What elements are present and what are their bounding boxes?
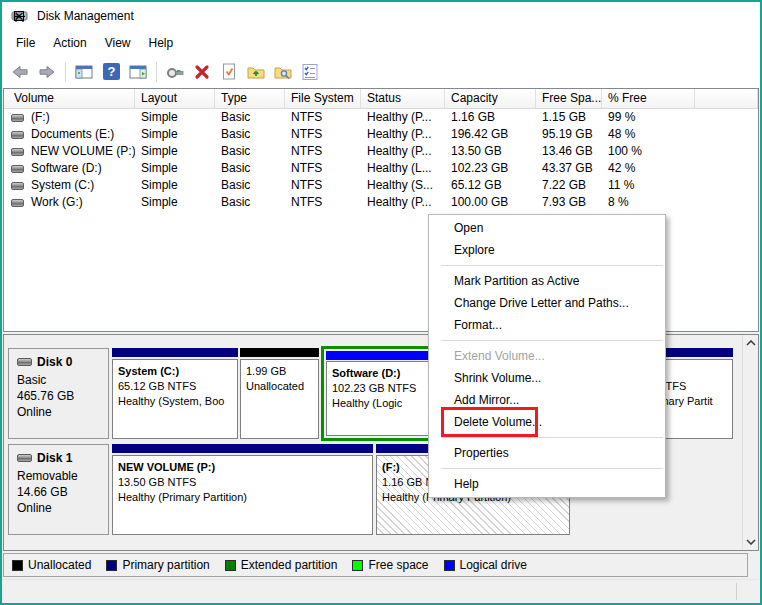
legend-item-primary-partition: Primary partition xyxy=(106,558,209,572)
menu-view[interactable]: View xyxy=(96,33,140,53)
toolbar-separator xyxy=(65,62,66,82)
show-action-pane-icon[interactable] xyxy=(126,60,150,84)
table-row[interactable]: Documents (E:) Simple Basic NTFS Healthy… xyxy=(4,126,758,143)
menu-item-change-drive-letter[interactable]: Change Drive Letter and Paths... xyxy=(429,292,665,314)
toolbar-separator xyxy=(156,62,157,82)
folder-up-icon[interactable] xyxy=(244,60,268,84)
volume-icon xyxy=(11,182,24,190)
scroll-up-icon xyxy=(746,340,756,346)
legend-item-extended-partition: Extended partition xyxy=(225,558,338,572)
column-header-percent-free[interactable]: % Free xyxy=(602,89,695,108)
column-header-layout[interactable]: Layout xyxy=(135,89,215,108)
menu-separator xyxy=(441,437,663,438)
disk-icon xyxy=(17,454,32,462)
close-button[interactable]: ✕ xyxy=(2,2,36,30)
menu-item-help[interactable]: Help xyxy=(429,473,665,495)
menu-file[interactable]: File xyxy=(7,33,44,53)
volume-icon xyxy=(11,165,24,173)
vertical-scrollbar[interactable] xyxy=(742,335,758,550)
legend-item-free-space: Free space xyxy=(352,558,428,572)
volume-icon xyxy=(11,131,24,139)
menu-item-explore[interactable]: Explore xyxy=(429,239,665,261)
checklist-icon[interactable] xyxy=(298,60,322,84)
table-row[interactable]: NEW VOLUME (P:) Simple Basic NTFS Health… xyxy=(4,143,758,160)
menu-item-extend-volume: Extend Volume... xyxy=(429,345,665,367)
column-header-capacity[interactable]: Capacity xyxy=(445,89,536,108)
status-bar-divider xyxy=(736,583,737,600)
partition-unallocated[interactable]: 1.99 GB Unallocated xyxy=(240,348,319,439)
column-header-type[interactable]: Type xyxy=(215,89,285,108)
disk-icon xyxy=(17,358,32,366)
disk-kind: Removable xyxy=(17,468,108,484)
table-row[interactable]: (F:) Simple Basic NTFS Healthy (P... 1.1… xyxy=(4,109,758,126)
partition-color-bar xyxy=(112,348,238,357)
column-header-empty xyxy=(695,89,758,108)
help-icon[interactable]: ? xyxy=(99,60,123,84)
partition-color-bar xyxy=(112,444,373,453)
table-row[interactable]: Software (D:) Simple Basic NTFS Healthy … xyxy=(4,160,758,177)
rescan-icon[interactable] xyxy=(163,60,187,84)
legend-item-logical-drive: Logical drive xyxy=(444,558,527,572)
forward-icon[interactable] xyxy=(35,60,59,84)
legend-item-unallocated: Unallocated xyxy=(12,558,91,572)
menu-help[interactable]: Help xyxy=(140,33,183,53)
disk-1-label[interactable]: Disk 1 Removable 14.66 GB Online xyxy=(8,444,109,535)
show-console-tree-icon[interactable] xyxy=(72,60,96,84)
window-title: Disk Management xyxy=(37,9,134,23)
menu-separator xyxy=(441,468,663,469)
column-header-free-space[interactable]: Free Spa... xyxy=(536,89,602,108)
menu-separator xyxy=(441,340,663,341)
menu-item-format[interactable]: Format... xyxy=(429,314,665,336)
disk-size: 14.66 GB xyxy=(17,484,108,500)
toolbar: ? xyxy=(2,55,760,88)
status-bar xyxy=(3,579,759,603)
menu-item-delete-volume[interactable]: Delete Volume... xyxy=(429,411,665,433)
partition-new-volume-p[interactable]: NEW VOLUME (P:) 13.50 GB NTFS Healthy (P… xyxy=(112,444,373,535)
menu-item-shrink-volume[interactable]: Shrink Volume... xyxy=(429,367,665,389)
check-document-icon[interactable] xyxy=(217,60,241,84)
partition-system-c[interactable]: System (C:) 65.12 GB NTFS Healthy (Syste… xyxy=(112,348,238,439)
legend-swatch xyxy=(106,560,117,571)
table-row[interactable]: Work (G:) Simple Basic NTFS Healthy (P..… xyxy=(4,194,758,211)
folder-find-icon[interactable] xyxy=(271,60,295,84)
column-header-volume[interactable]: Volume xyxy=(4,89,135,108)
volume-icon xyxy=(11,199,24,207)
legend-bar: Unallocated Primary partition Extended p… xyxy=(3,553,748,577)
volume-icon xyxy=(11,148,24,156)
legend-swatch xyxy=(12,560,23,571)
menu-item-add-mirror[interactable]: Add Mirror... xyxy=(429,389,665,411)
title-bar: Disk Management ✕ xyxy=(2,2,760,30)
partition-color-bar xyxy=(240,348,319,357)
column-header-status[interactable]: Status xyxy=(361,89,445,108)
menu-item-properties[interactable]: Properties xyxy=(429,442,665,464)
disk-0-label[interactable]: Disk 0 Basic 465.76 GB Online xyxy=(8,348,109,439)
table-row[interactable]: System (C:) Simple Basic NTFS Healthy (S… xyxy=(4,177,758,194)
menu-separator xyxy=(441,265,663,266)
legend-swatch xyxy=(352,560,363,571)
context-menu: Open Explore Mark Partition as Active Ch… xyxy=(428,214,666,498)
menu-item-mark-partition-active[interactable]: Mark Partition as Active xyxy=(429,270,665,292)
legend-swatch xyxy=(444,560,455,571)
menu-bar: File Action View Help xyxy=(2,30,760,55)
menu-action[interactable]: Action xyxy=(44,33,95,53)
column-header-file-system[interactable]: File System xyxy=(285,89,361,108)
volume-table-header: Volume Layout Type File System Status Ca… xyxy=(4,89,758,109)
legend-swatch xyxy=(225,560,236,571)
disk-kind: Basic xyxy=(17,372,108,388)
back-icon[interactable] xyxy=(8,60,32,84)
delete-icon[interactable] xyxy=(190,60,214,84)
volume-icon xyxy=(11,114,24,122)
disk-status: Online xyxy=(17,500,108,516)
disk-status: Online xyxy=(17,404,108,420)
menu-item-open[interactable]: Open xyxy=(429,217,665,239)
disk-size: 465.76 GB xyxy=(17,388,108,404)
disk-management-window: Disk Management ✕ File Action View Help xyxy=(0,0,762,605)
scroll-down-icon xyxy=(746,539,756,545)
svg-text:?: ? xyxy=(107,64,115,79)
